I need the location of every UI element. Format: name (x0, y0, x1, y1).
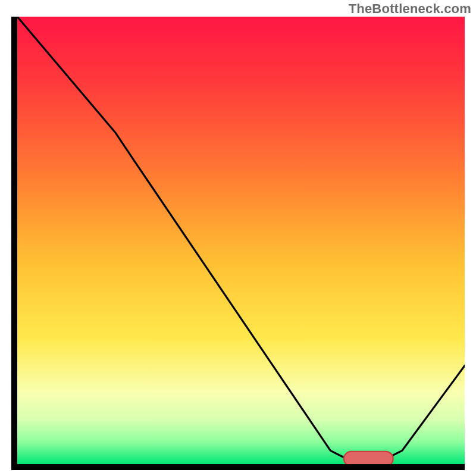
plot-frame (11, 17, 465, 470)
svg-rect-1 (344, 452, 393, 464)
plot-area (17, 17, 465, 464)
optimal-marker (17, 17, 465, 464)
watermark-text: TheBottleneck.com (349, 1, 471, 17)
chart-canvas: TheBottleneck.com (0, 0, 476, 476)
